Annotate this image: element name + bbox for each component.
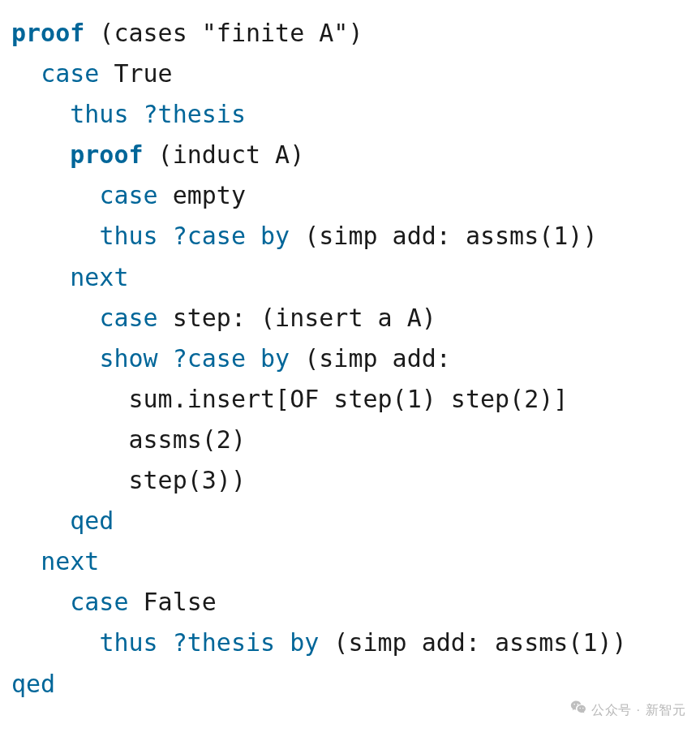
code-token: empty: [158, 181, 246, 209]
code-token: (cases "finite A"): [84, 19, 363, 47]
code-token: (simp add:: [290, 344, 451, 373]
wechat-icon: [570, 699, 586, 722]
code-token: ?case: [173, 222, 246, 250]
code-token: case: [70, 588, 128, 616]
code-token: (simp add: assms(1)): [290, 222, 597, 250]
watermark-sep: ·: [637, 700, 641, 722]
code-token: [11, 506, 70, 535]
code-token: [246, 344, 260, 373]
code-token: qed: [70, 506, 114, 535]
code-token: proof: [70, 140, 143, 169]
code-token: ?thesis: [144, 100, 246, 128]
code-token: [11, 140, 70, 169]
code-token: case: [99, 304, 157, 332]
code-token: [158, 344, 173, 373]
code-token: [11, 263, 70, 291]
watermark-name: 新智元: [646, 700, 686, 722]
code-token: by: [260, 344, 290, 373]
code-token: False: [129, 588, 217, 616]
code-token: thus: [99, 222, 157, 250]
code-token: [275, 628, 290, 657]
code-token: [246, 222, 260, 250]
code-token: sum.insert[OF step(1) step(2)]: [11, 385, 568, 413]
code-token: [11, 222, 99, 250]
code-token: [11, 59, 41, 88]
code-token: assms(2): [11, 425, 246, 454]
code-token: [11, 344, 99, 373]
code-token: [11, 628, 99, 657]
code-token: True: [99, 59, 172, 88]
code-token: case: [99, 181, 157, 209]
code-token: by: [290, 628, 319, 657]
code-block: proof (cases "finite A") case True thus …: [0, 0, 700, 705]
code-token: proof: [11, 19, 84, 47]
code-token: case: [41, 59, 99, 88]
watermark: 公众号 · 新智元: [570, 699, 685, 722]
code-token: ?thesis: [173, 628, 275, 657]
code-token: [11, 304, 99, 332]
code-token: [11, 588, 70, 616]
code-token: thus: [99, 628, 157, 657]
code-token: ?case: [173, 344, 246, 373]
code-token: next: [70, 263, 128, 291]
code-token: next: [41, 547, 99, 575]
code-token: step(3)): [11, 466, 246, 494]
code-token: [158, 628, 173, 657]
code-token: [11, 181, 99, 209]
watermark-prefix: 公众号: [591, 700, 632, 722]
code-token: qed: [11, 670, 55, 698]
code-token: (induct A): [144, 140, 305, 169]
code-token: thus: [70, 100, 128, 128]
code-token: [158, 222, 173, 250]
code-token: [11, 547, 41, 575]
code-token: show: [99, 344, 157, 373]
code-token: [11, 100, 70, 128]
code-token: step: (insert a A): [158, 304, 436, 332]
code-token: by: [260, 222, 290, 250]
code-token: (simp add: assms(1)): [319, 628, 626, 657]
code-token: [129, 100, 144, 128]
